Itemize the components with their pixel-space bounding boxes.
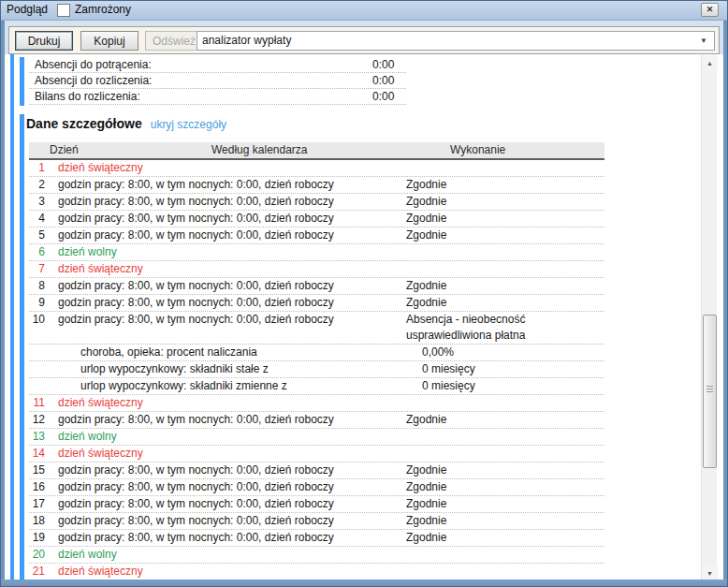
- table-row: 18godzin pracy: 8:00, w tym nocnych: 0:0…: [29, 513, 604, 530]
- cell-execution: Absencja - nieobecność usprawiedliwiona …: [406, 312, 604, 344]
- report-selector[interactable]: analizator wypłaty ▼: [197, 31, 715, 51]
- table-row: 21dzień świąteczny: [29, 564, 604, 580]
- cell-day: [29, 361, 45, 377]
- window-title: Podgląd: [7, 1, 48, 19]
- cell-day: 7: [29, 261, 45, 277]
- report-selector-value: analizator wypłaty: [202, 34, 291, 47]
- vertical-scrollbar[interactable]: ▲ ▼: [701, 55, 717, 581]
- cell-day: 16: [29, 479, 45, 495]
- cell-calendar: godzin pracy: 8:00, w tym nocnych: 0:00,…: [58, 513, 403, 529]
- accent-bar-details: [20, 114, 24, 581]
- close-icon: ✕: [706, 5, 714, 14]
- details-title: Dane szczegółowe: [26, 116, 142, 131]
- cell-day: 12: [29, 412, 45, 428]
- summary-value: 0:00: [372, 57, 394, 72]
- table-row: 6dzień wolny: [29, 244, 604, 261]
- cell-execution: [406, 564, 604, 580]
- table-row: choroba, opieka: procent naliczania0,00%: [29, 345, 604, 361]
- cell-execution: [406, 244, 604, 260]
- table-row: 3godzin pracy: 8:00, w tym nocnych: 0:00…: [29, 194, 604, 211]
- cell-calendar: godzin pracy: 8:00, w tym nocnych: 0:00,…: [58, 496, 403, 512]
- hide-details-link[interactable]: ukryj szczegóły: [151, 118, 226, 131]
- cell-execution: Zgodnie: [406, 479, 604, 495]
- table-row: 7dzień świąteczny: [29, 261, 604, 278]
- cell-execution: Zgodnie: [406, 496, 604, 512]
- table-row: 4godzin pracy: 8:00, w tym nocnych: 0:00…: [29, 211, 604, 227]
- cell-calendar: urlop wypoczynkowy: składniki stałe z: [58, 361, 403, 377]
- accent-bar-summary: [20, 57, 24, 106]
- copy-button[interactable]: Kopiuj: [80, 31, 138, 51]
- frozen-checkbox[interactable]: [57, 4, 70, 17]
- table-row: 16godzin pracy: 8:00, w tym nocnych: 0:0…: [29, 479, 604, 496]
- cell-execution: Zgodnie: [406, 412, 604, 428]
- cell-day: [29, 345, 45, 360]
- cell-execution: [406, 547, 604, 563]
- print-button[interactable]: Drukuj: [15, 31, 73, 51]
- scroll-up-button[interactable]: ▲: [702, 55, 718, 71]
- table-row: 10godzin pracy: 8:00, w tym nocnych: 0:0…: [29, 312, 604, 345]
- cell-day: 13: [29, 429, 45, 445]
- cell-execution: [406, 261, 604, 277]
- scrollbar-track[interactable]: [702, 71, 718, 565]
- table-row: urlop wypoczynkowy: składniki stałe z0 m…: [29, 361, 604, 378]
- cell-day: 9: [29, 295, 45, 311]
- column-header-day: Dzień: [50, 142, 79, 158]
- table-row: 14dzień świąteczny: [29, 446, 604, 462]
- cell-day: 2: [29, 177, 45, 193]
- cell-calendar: godzin pracy: 8:00, w tym nocnych: 0:00,…: [58, 412, 403, 428]
- cell-day: 17: [29, 496, 45, 512]
- cell-calendar: godzin pracy: 8:00, w tym nocnych: 0:00,…: [58, 530, 403, 546]
- table-row: 9godzin pracy: 8:00, w tym nocnych: 0:00…: [29, 295, 604, 312]
- table-row: 11dzień świąteczny: [29, 395, 604, 412]
- close-button[interactable]: ✕: [701, 3, 719, 17]
- cell-day: 14: [29, 446, 45, 462]
- summary-label: Bilans do rozliczenia:: [29, 90, 140, 103]
- summary-label: Absencji do potrącenia:: [29, 58, 152, 71]
- cell-execution: Zgodnie: [406, 227, 604, 243]
- cell-calendar: urlop wypoczynkowy: składniki zmienne z: [58, 378, 403, 394]
- cell-execution: Zgodnie: [406, 462, 604, 478]
- table-header: Dzień Według kalendarza Wykonanie: [29, 142, 604, 160]
- cell-calendar: dzień wolny: [58, 429, 403, 445]
- cell-execution: [406, 429, 604, 445]
- window-border-left: [1, 20, 5, 586]
- cell-day: 1: [29, 160, 45, 176]
- cell-execution: Zgodnie: [406, 278, 604, 294]
- cell-day: 3: [29, 194, 45, 210]
- cell-execution: [406, 160, 604, 176]
- summary-section: Absencji do potrącenia:0:00Absencji do r…: [29, 57, 406, 105]
- cell-execution: Zgodnie: [406, 177, 604, 193]
- cell-execution: 0 miesięcy: [406, 361, 604, 377]
- window-border-right: [723, 20, 727, 586]
- scrollbar-thumb[interactable]: [703, 315, 717, 468]
- table-row: 15godzin pracy: 8:00, w tym nocnych: 0:0…: [29, 462, 604, 479]
- cell-execution: Zgodnie: [406, 295, 604, 311]
- accent-bar-outer: [10, 54, 14, 581]
- cell-execution: [406, 446, 604, 462]
- summary-value: 0:00: [372, 89, 394, 104]
- cell-execution: Zgodnie: [406, 530, 604, 546]
- triangle-up-icon: ▲: [706, 60, 713, 66]
- cell-calendar: dzień świąteczny: [58, 446, 403, 462]
- scrollbar-grip-icon: [706, 386, 713, 393]
- table-row: 20dzień wolny: [29, 547, 604, 564]
- cell-calendar: godzin pracy: 8:00, w tym nocnych: 0:00,…: [58, 295, 403, 311]
- table-row: 19godzin pracy: 8:00, w tym nocnych: 0:0…: [29, 530, 604, 547]
- cell-day: 4: [29, 211, 45, 227]
- cell-day: 15: [29, 462, 45, 478]
- table-row: urlop wypoczynkowy: składniki zmienne z0…: [29, 378, 604, 395]
- cell-day: 6: [29, 244, 45, 260]
- cell-calendar: godzin pracy: 8:00, w tym nocnych: 0:00,…: [58, 312, 403, 344]
- summary-row: Absencji do rozliczenia:0:00: [29, 73, 406, 89]
- cell-calendar: godzin pracy: 8:00, w tym nocnych: 0:00,…: [58, 278, 403, 294]
- chevron-down-icon: ▼: [700, 32, 707, 50]
- details-heading: Dane szczegółoweukryj szczegóły: [26, 114, 226, 133]
- cell-day: 18: [29, 513, 45, 529]
- cell-execution: 0,00%: [406, 345, 604, 360]
- column-header-calendar: Według kalendarza: [211, 142, 308, 158]
- cell-execution: Zgodnie: [406, 211, 604, 227]
- table-row: 2godzin pracy: 8:00, w tym nocnych: 0:00…: [29, 177, 604, 194]
- cell-calendar: dzień świąteczny: [58, 395, 403, 411]
- cell-day: 21: [29, 564, 45, 580]
- table-row: 13dzień wolny: [29, 429, 604, 446]
